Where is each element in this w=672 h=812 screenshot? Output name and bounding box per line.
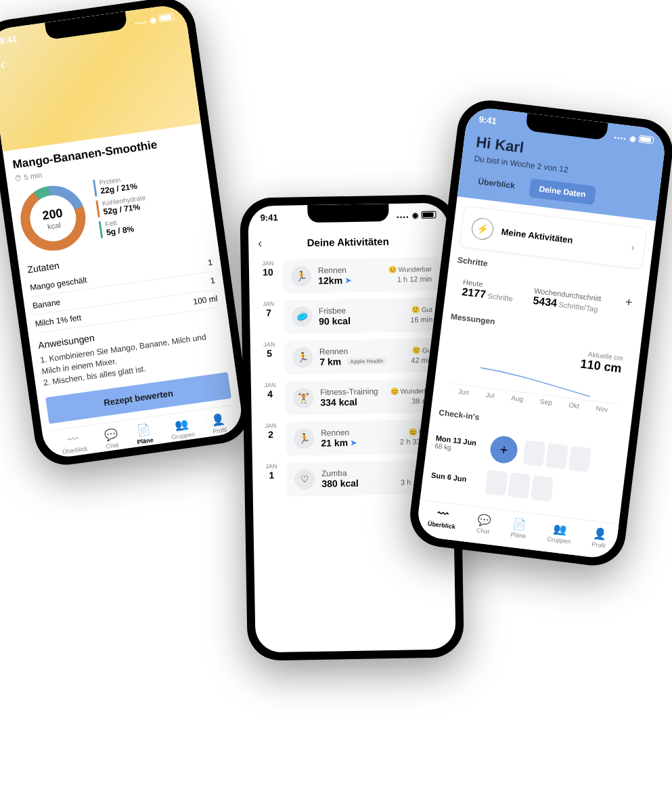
- activity-type-icon: 🥏: [292, 307, 313, 328]
- tab-chat[interactable]: 💬Chat: [476, 513, 492, 535]
- add-checkin-button[interactable]: +: [489, 434, 519, 465]
- tab-pläne[interactable]: 📄Pläne: [135, 423, 154, 446]
- tab-gruppen[interactable]: 👥Gruppen: [547, 521, 573, 545]
- activity-type-icon: 🏃: [291, 266, 312, 287]
- activity-date: JAN7: [259, 300, 278, 318]
- tab-pläne[interactable]: 📄Pläne: [510, 517, 529, 540]
- status-icons: [614, 131, 654, 145]
- gruppen-icon: 👥: [553, 522, 568, 536]
- clock-icon: ⏱: [14, 173, 23, 182]
- activity-row[interactable]: JAN10 🏃 Rennen 12km ➤ 😊Wunderbar 1 h 12 …: [259, 257, 441, 294]
- status-icons: [134, 12, 175, 27]
- activity-date: JAN5: [260, 341, 279, 359]
- activity-type-icon: 🏃: [294, 428, 315, 449]
- phone-recipe: 9:41 ‹ Mango-Bananen-Smoothie ⏱ 5 min 20…: [0, 0, 254, 469]
- month-label: Jun: [457, 388, 469, 397]
- tab-profil[interactable]: 👤Profil: [591, 527, 608, 549]
- profil-icon: 👤: [592, 527, 607, 541]
- activity-row[interactable]: JAN4 🏋 Fitness-Training 334 kcal 😊Wunder…: [261, 379, 443, 416]
- add-steps-button[interactable]: +: [625, 295, 633, 310]
- tab-überblick[interactable]: 〰Überblick: [60, 432, 88, 456]
- location-icon: ➤: [345, 275, 351, 284]
- activity-date: JAN2: [261, 422, 280, 440]
- activity-date: JAN10: [259, 260, 277, 277]
- month-label: Nov: [596, 405, 608, 413]
- page-title: Deine Aktivitäten: [256, 235, 439, 250]
- gruppen-icon: 👥: [174, 418, 189, 432]
- tab-gruppen[interactable]: 👥Gruppen: [169, 417, 196, 441]
- phone-dashboard: 9:41 Hi Karl Du bist in Woche 2 von 12 Ü…: [407, 97, 672, 569]
- back-button[interactable]: ‹: [0, 55, 6, 74]
- activity-date: JAN4: [261, 382, 279, 399]
- month-label: Jul: [485, 391, 495, 399]
- überblick-icon: 〰: [436, 508, 449, 521]
- activity-row[interactable]: JAN2 🏃 Rennen 21 km ➤ 😐Okay 2 h 33 min: [261, 420, 443, 457]
- activity-type-icon: ♡: [294, 469, 315, 490]
- month-label: Okt: [568, 401, 580, 410]
- status-time: 9:41: [478, 114, 497, 126]
- activity-row[interactable]: JAN5 🏃 Rennen 7 km Apple Health 🙂Gut 42 …: [260, 338, 442, 376]
- status-icons: [397, 210, 436, 221]
- überblick-icon: 〰: [67, 433, 79, 447]
- month-label: Aug: [511, 394, 524, 403]
- profil-icon: 👤: [210, 413, 225, 428]
- tab-chat[interactable]: 💬Chat: [104, 428, 120, 450]
- activity-icon: ⚡: [470, 217, 495, 241]
- location-icon: ➤: [351, 438, 357, 447]
- notch: [307, 204, 388, 223]
- activity-type-icon: 🏋: [293, 388, 314, 409]
- activity-row[interactable]: JAN7 🥏 Frisbee 90 kcal 🙂Gut 16 min: [259, 298, 441, 335]
- month-label: Sep: [539, 398, 552, 407]
- pläne-icon: 📄: [512, 517, 527, 531]
- status-time: 9:41: [260, 212, 277, 223]
- activity-date: JAN1: [262, 463, 281, 480]
- tab-überblick[interactable]: 〰Überblick: [427, 507, 457, 531]
- status-time: 9:41: [0, 33, 18, 45]
- calories-donut: 200 kcal: [16, 181, 89, 254]
- chat-icon: 💬: [104, 428, 118, 443]
- activity-type-icon: 🏃: [292, 347, 313, 368]
- chat-icon: 💬: [477, 513, 492, 527]
- tab-profil[interactable]: 👤Profil: [210, 413, 227, 436]
- pläne-icon: 📄: [136, 423, 151, 438]
- chevron-right-icon: ›: [631, 242, 635, 252]
